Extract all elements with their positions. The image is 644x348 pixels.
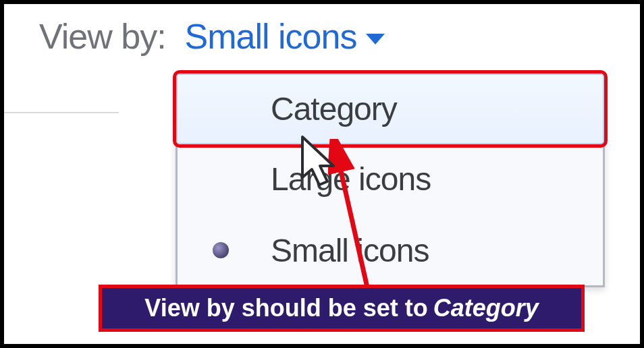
menu-item-label: Category — [271, 90, 397, 127]
menu-item-label: Small icons — [271, 232, 429, 269]
menu-item-large-icons[interactable]: Large icons — [178, 143, 603, 215]
annotation-text: View by should be set to — [144, 294, 427, 322]
annotation-box: View by should be set to Category — [99, 285, 585, 332]
annotation-emph: Category — [433, 294, 539, 322]
menu-item-small-icons[interactable]: Small icons — [178, 215, 603, 285]
separator-line — [4, 112, 119, 113]
view-by-label: View by: — [39, 16, 166, 57]
view-by-menu: Category Large icons Small icons — [176, 73, 605, 287]
menu-item-category[interactable]: Category — [176, 73, 605, 145]
view-by-current: Small icons — [185, 16, 357, 57]
menu-item-label: Large icons — [271, 161, 431, 198]
view-by-row: View by: Small icons — [39, 16, 385, 57]
caret-down-icon — [366, 34, 385, 45]
view-by-dropdown[interactable]: Small icons — [185, 16, 385, 57]
selected-dot-icon — [213, 242, 229, 258]
